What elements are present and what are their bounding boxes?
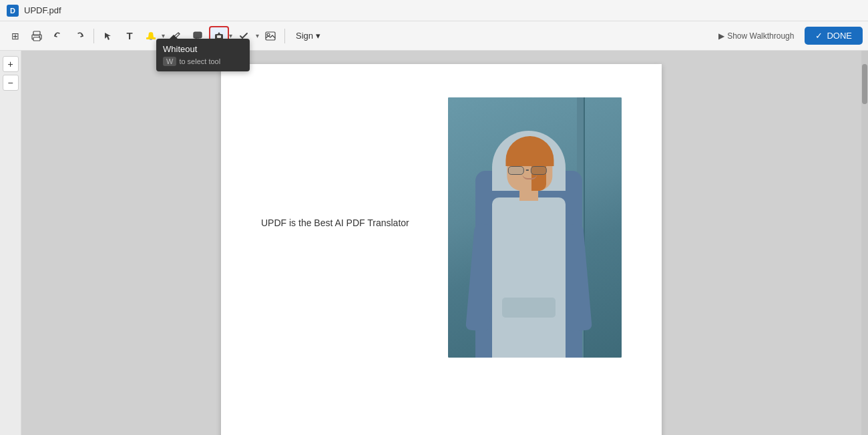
svg-rect-2 [33, 37, 40, 41]
file-name: UPDF.pdf [24, 5, 61, 15]
svg-rect-9 [266, 32, 275, 40]
print-button[interactable] [27, 26, 47, 46]
grid-view-button[interactable]: ⊞ [5, 26, 25, 46]
done-button[interactable]: ✓ DONE [805, 27, 863, 45]
tooltip-title: Whiteout [163, 44, 243, 54]
scroll-thumb[interactable] [862, 64, 867, 104]
whiteout-tooltip: Whiteout W to select tool [156, 39, 250, 71]
separator-1 [93, 29, 94, 43]
person-photo-bg [448, 97, 622, 358]
svg-rect-6 [194, 32, 202, 38]
left-panel: + − [0, 51, 21, 435]
sign-dropdown-arrow: ▾ [316, 31, 320, 41]
show-walkthrough-button[interactable]: ▶ Show Walkthrough [713, 29, 799, 43]
toolbar: ⊞ T ▾ ▾ [0, 21, 868, 51]
svg-rect-8 [217, 35, 221, 38]
tooltip-shortcut-key: W [163, 57, 176, 66]
zoom-in-button[interactable]: + [3, 56, 19, 72]
image-button[interactable] [260, 26, 280, 46]
svg-rect-5 [150, 39, 152, 40]
top-right-actions: ▶ Show Walkthrough ✓ DONE [713, 27, 863, 45]
tooltip-shortcut-text: to select tool [179, 57, 220, 65]
check-dropdown-arrow[interactable]: ▾ [256, 32, 259, 39]
cursor-button[interactable] [98, 26, 118, 46]
zoom-out-button[interactable]: − [3, 75, 19, 91]
separator-2 [284, 29, 285, 43]
sign-label: Sign [296, 31, 313, 41]
content-area[interactable]: UPDF is the Best AI PDF Translator [21, 51, 861, 435]
done-check-icon: ✓ [815, 31, 823, 41]
svg-point-3 [39, 36, 40, 37]
zoom-out-icon: − [7, 77, 13, 88]
undo-button[interactable] [48, 26, 68, 46]
main-area: + − UPDF is the Best AI PDF Translator [0, 51, 868, 435]
app-icon: D [7, 5, 19, 17]
walkthrough-label: Show Walkthrough [727, 31, 794, 41]
pdf-image [448, 97, 622, 358]
done-label: DONE [827, 31, 852, 41]
sign-button[interactable]: Sign ▾ [289, 28, 327, 43]
text-button[interactable]: T [120, 26, 140, 46]
zoom-in-icon: + [7, 59, 13, 69]
pdf-page: UPDF is the Best AI PDF Translator [221, 64, 662, 435]
redo-button[interactable] [69, 26, 89, 46]
pdf-text-content: UPDF is the Best AI PDF Translator [261, 218, 409, 228]
title-bar: D UPDF.pdf [0, 0, 868, 21]
tooltip-shortcut: W to select tool [163, 57, 243, 66]
check-dropdown[interactable]: ▾ [255, 32, 259, 39]
walkthrough-play-icon: ▶ [718, 31, 724, 41]
scrollbar[interactable] [861, 51, 868, 435]
